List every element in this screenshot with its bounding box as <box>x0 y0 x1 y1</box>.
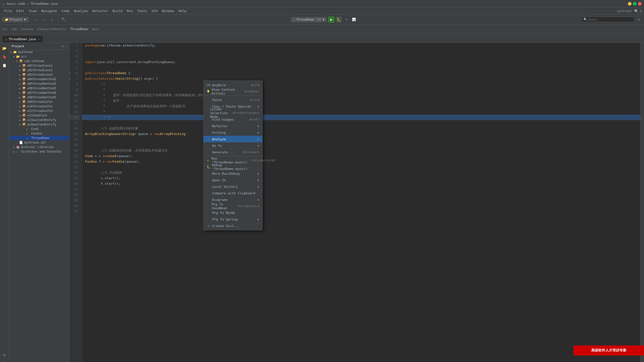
tree-item-a11[interactable]: ▶ 📦 a11threadsafe3 <box>9 109 69 113</box>
ctx-goto[interactable]: Go To ▶ <box>204 142 262 149</box>
tree-item-a08[interactable]: ▶ 📦 a08threadmethod5 <box>9 95 69 100</box>
menu-edit[interactable]: Edit <box>14 9 26 13</box>
tree-item-com[interactable]: ▼ 📦 com.itheima <box>9 59 69 63</box>
search-everywhere-icon[interactable]: 🔍 <box>634 9 638 13</box>
ctx-folding[interactable]: Folding ▶ <box>204 129 262 136</box>
ctx-generate[interactable]: Generate... Alt+Insert <box>204 149 262 155</box>
tree-item-mythread-iml[interactable]: ▶ 📄 mythread.iml <box>9 140 69 145</box>
tree-item-src[interactable]: ▼ 📂 src <box>9 54 69 59</box>
ctx-column-selection[interactable]: Column Selection Mode Alt+Shift+Insert <box>204 110 262 116</box>
ctx-ptg-mysql[interactable]: Ptg To MySQL <box>204 209 262 216</box>
generate-icon <box>207 150 211 154</box>
menu-tools[interactable]: Tools <box>135 9 149 13</box>
ctx-run[interactable]: ▶ Run 'ThreadDemo.main()' Ctrl+Shift+F10 <box>204 157 262 164</box>
menu-run[interactable]: Run <box>125 9 135 13</box>
sidebar-collapse-icon[interactable]: − <box>65 44 67 48</box>
project-dropdown[interactable]: 📁 Project ▼ <box>2 17 29 22</box>
ctx-debug[interactable]: 🐛 Debug 'ThreadDemo.main()' <box>204 164 262 170</box>
tree-item-a09[interactable]: ▶ 📦 a09threadsafe1 <box>9 100 69 104</box>
breadcrumb-file[interactable]: ThreadDemo <box>70 27 88 31</box>
menu-navigate[interactable]: Navigate <box>39 9 59 13</box>
settings-button[interactable]: ⚙ <box>636 17 642 23</box>
run-config-selector[interactable]: ☕ ThreadDemo (2) ▼ <box>291 17 327 22</box>
menu-window[interactable]: Window <box>160 9 176 13</box>
maximize-button[interactable]: □ <box>633 2 636 6</box>
back-button[interactable]: ← <box>34 17 40 23</box>
breadcrumb-a14[interactable]: a14waitandnotify <box>37 27 66 31</box>
ctx-anyrule[interactable]: [N] AnyRule Alt+A <box>204 82 262 88</box>
bookmarks-icon[interactable]: 🔖 <box>1 53 8 60</box>
nav-bar: src › com › itheima › a14waitandnotify ›… <box>0 25 644 34</box>
code-line-16: //1.创建阻塞队列的对象 <box>82 126 640 131</box>
ctx-analyze[interactable]: Analyze ▶ <box>204 136 262 142</box>
tree-item-mythread[interactable]: ▼ 📁 mythread <box>9 50 69 54</box>
breadcrumb-itheima[interactable]: itheima <box>21 27 33 31</box>
ctx-paste[interactable]: Paste Ctrl+V <box>204 97 262 103</box>
ctx-sep-1 <box>204 96 262 96</box>
tree-item-a02[interactable]: ▶ 📦 a02threadcase2 <box>9 68 69 72</box>
forward-button[interactable]: → <box>42 17 48 23</box>
code-editor[interactable]: 1 2 3 4 5 ▶6 ▶7 8 9 10 11 12 13 14 15 16… <box>69 43 640 362</box>
tree-item-cook[interactable]: ▶ ☕ Cook <box>9 127 69 131</box>
breadcrumb-com[interactable]: com <box>11 27 17 31</box>
tab-threaddemo[interactable]: ☕ ThreadDemo.java ✕ <box>2 35 43 42</box>
tree-item-a12[interactable]: ▶ 📦 a12deadlock <box>9 113 69 118</box>
ctx-open-in[interactable]: Open In ▶ <box>204 177 262 183</box>
profile-button[interactable]: 📊 <box>351 17 357 23</box>
tree-item-a06[interactable]: ▶ 📦 a06threadmethod3 <box>9 86 69 90</box>
breadcrumb-method[interactable]: main <box>92 27 99 31</box>
settings-icon[interactable]: ⚙ <box>640 9 642 13</box>
menu-vcs[interactable]: VCS <box>150 9 159 13</box>
com-pkg-icon: 📦 <box>19 59 23 63</box>
ctx-diagrams[interactable]: Diagrams ▶ <box>204 196 262 203</box>
code-content[interactable]: package com.itheima.a14waitandnotify; im… <box>82 43 640 362</box>
database-icon[interactable]: 🗄 <box>1 360 8 362</box>
search-input[interactable] <box>587 18 633 21</box>
ctx-ptg-javabean[interactable]: Ptg To JavaBean Ctrl+Shift+↵≡ <box>204 203 262 209</box>
tree-item-a05[interactable]: ▶ 📦 a05threadmethod2 <box>9 81 69 86</box>
ctx-local-history[interactable]: Local History ▶ <box>204 183 262 190</box>
menu-refactor[interactable]: Refactor <box>90 9 110 13</box>
build-button[interactable]: 🔨 <box>60 17 66 23</box>
tab-close-icon[interactable]: ✕ <box>38 38 40 40</box>
tree-item-scratches[interactable]: ▶ ✏ Scratches and Consoles <box>9 149 69 154</box>
menu-file[interactable]: File <box>2 9 14 13</box>
coverage-button[interactable]: ☂ <box>343 17 349 23</box>
tree-item-foodie[interactable]: ▶ ☕ Foodie <box>9 131 69 136</box>
structure-icon[interactable]: 📋 <box>1 62 8 69</box>
ctx-show-context-actions[interactable]: 💡 Show Context Actions Alt+Enter <box>204 88 262 95</box>
right-scroll-gutter[interactable] <box>640 43 644 362</box>
minimize-button[interactable]: − <box>628 2 631 6</box>
tree-item-a03[interactable]: ▶ 📦 a03threadcase3 <box>9 72 69 77</box>
ctx-more-run-debug[interactable]: More Run/Debug ▶ <box>204 170 262 177</box>
menu-view[interactable]: View <box>27 9 39 13</box>
refresh-button[interactable]: ↺ <box>49 17 55 23</box>
menu-help[interactable]: Help <box>177 9 188 13</box>
tree-item-a14[interactable]: ▼ 📦 a14waitandnotify <box>9 122 69 127</box>
debug-button[interactable]: 🐛 <box>336 17 342 23</box>
tree-item-a13[interactable]: ▶ 📦 a13waitandnotify <box>9 118 69 122</box>
ctx-refactor[interactable]: Refactor ▶ <box>204 123 262 129</box>
tree-item-a04[interactable]: ▶ 📦 a04threadmethod1 <box>9 77 69 81</box>
sidebar-gear-icon[interactable]: ⚙ <box>62 44 64 48</box>
tree-item-a10[interactable]: ▶ 📦 a10threadsafe2 <box>9 104 69 109</box>
ctx-compare-clipboard[interactable]: Compare with Clipboard <box>204 190 262 196</box>
ctx-ptg-spring[interactable]: Ptg To Spring ▶ <box>204 216 262 222</box>
tree-item-a07[interactable]: ▶ 📦 a07threadmethod4 <box>9 90 69 95</box>
close-button[interactable]: ✕ <box>638 2 641 6</box>
terminal-icon[interactable]: ⊞ <box>1 351 8 358</box>
project-panel-icon[interactable]: 📂 <box>1 45 8 52</box>
menu-build[interactable]: Build <box>110 9 124 13</box>
ctx-find-usages-shortcut: Alt+F7 <box>249 118 259 121</box>
run-button[interactable]: ▶ <box>328 17 334 23</box>
a03-pkg-icon: 📦 <box>22 73 26 76</box>
breadcrumb-src[interactable]: src <box>2 27 8 31</box>
menu-analyze[interactable]: Analyze <box>72 9 90 13</box>
tree-item-a01[interactable]: ▶ 📦 a01threadcase1 <box>9 63 69 68</box>
menu-code[interactable]: Code <box>60 9 71 13</box>
brand-text: 高级软件人才培训专家 <box>591 348 626 353</box>
search-toolbar[interactable]: 🔍 <box>582 17 634 22</box>
tree-item-threaddemo[interactable]: ▶ ☕ ThreadDemo <box>9 136 69 140</box>
ctx-create-gist[interactable]: ⊕ Create Gist... <box>204 222 262 229</box>
tree-item-external-libs[interactable]: ▶ 📚 External Libraries <box>9 145 69 149</box>
